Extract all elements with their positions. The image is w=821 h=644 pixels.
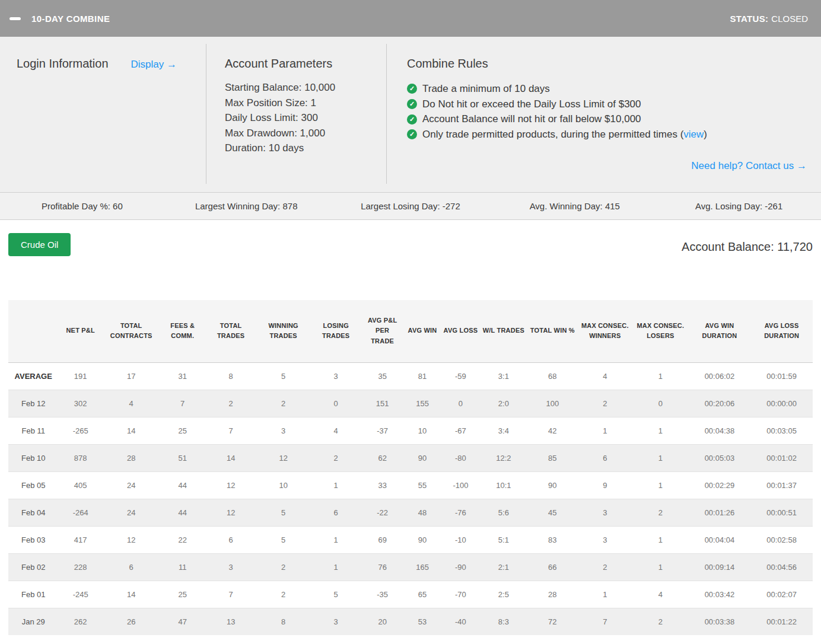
- column-header: AVG P&L PER TRADE: [361, 300, 403, 362]
- parameter-item: Max Position Size: 1: [225, 95, 386, 111]
- status-value: CLOSED: [771, 14, 808, 24]
- column-header: FEES & COMM.: [160, 300, 205, 362]
- value-cell: 10: [403, 417, 441, 444]
- account-parameters-panel: Account Parameters Starting Balance: 10,…: [206, 37, 386, 192]
- value-cell: 7: [578, 608, 633, 635]
- value-cell: 1: [632, 471, 689, 499]
- value-cell: 00:01:22: [750, 608, 813, 635]
- value-cell: 25: [160, 417, 205, 444]
- value-cell: 26: [103, 608, 160, 635]
- value-cell: 7: [205, 581, 257, 608]
- row-label-cell: Feb 10: [8, 444, 58, 471]
- check-circle-icon: ✓: [407, 129, 417, 139]
- value-cell: 00:03:05: [750, 417, 813, 444]
- value-cell: 3:4: [480, 417, 527, 444]
- value-cell: -264: [58, 499, 102, 526]
- titlebar-status: STATUS:CLOSED: [730, 14, 808, 24]
- value-cell: 33: [361, 471, 403, 499]
- rule-item: ✓Only trade permitted products, during t…: [407, 127, 807, 142]
- value-cell: 28: [527, 581, 577, 608]
- value-cell: 5: [256, 526, 310, 553]
- value-cell: -100: [441, 471, 479, 499]
- value-cell: 13: [205, 608, 257, 635]
- stat-item: Largest Winning Day: 878: [164, 201, 329, 211]
- table-row: Feb 0222861132176165-902:1662100:09:1400…: [8, 553, 813, 581]
- value-cell: 22: [160, 526, 205, 553]
- value-cell: 0: [310, 390, 362, 417]
- combine-rules-panel: Combine Rules ✓Trade a minimum of 10 day…: [387, 37, 821, 192]
- value-cell: 2:1: [480, 553, 527, 581]
- column-header: AVG LOSS: [441, 300, 479, 362]
- value-cell: 45: [527, 499, 577, 526]
- value-cell: 00:00:51: [750, 499, 813, 526]
- value-cell: 12: [103, 526, 160, 553]
- status-label: STATUS:: [730, 14, 768, 24]
- collapse-minus-icon[interactable]: [9, 17, 21, 20]
- value-cell: 878: [58, 444, 102, 471]
- row-label-cell: Feb 12: [8, 390, 58, 417]
- login-information-heading: Login Information: [17, 57, 109, 71]
- value-cell: 90: [403, 526, 441, 553]
- value-cell: 100: [527, 390, 577, 417]
- value-cell: -265: [58, 417, 102, 444]
- value-cell: 55: [403, 471, 441, 499]
- table-row: Feb 11-2651425734-3710-673:4421100:04:38…: [8, 417, 813, 444]
- crude-oil-button[interactable]: Crude Oil: [8, 233, 71, 256]
- value-cell: 0: [441, 390, 479, 417]
- rule-view-link[interactable]: view: [683, 127, 704, 142]
- account-parameters-list: Starting Balance: 10,000Max Position Siz…: [225, 80, 386, 156]
- combine-rules-list: ✓Trade a minimum of 10 days✓Do Not hit o…: [407, 81, 807, 142]
- value-cell: 17: [103, 362, 160, 390]
- table-row: Feb 04-26424441256-2248-765:6453200:01:2…: [8, 499, 813, 526]
- combine-panel: 10-DAY COMBINE STATUS:CLOSED Login Infor…: [0, 0, 821, 635]
- column-header: LOSING TRADES: [310, 300, 362, 362]
- value-cell: -80: [441, 444, 479, 471]
- table-row: Feb 0341712226516990-105:1833100:04:0400…: [8, 526, 813, 553]
- value-cell: 228: [58, 553, 102, 581]
- value-cell: 6: [205, 526, 257, 553]
- value-cell: 2: [205, 390, 257, 417]
- value-cell: -37: [361, 417, 403, 444]
- value-cell: 5: [256, 499, 310, 526]
- value-cell: 31: [160, 362, 205, 390]
- value-cell: 1: [632, 553, 689, 581]
- value-cell: 165: [403, 553, 441, 581]
- value-cell: 00:04:56: [750, 553, 813, 581]
- value-cell: 1: [632, 526, 689, 553]
- stat-item: Largest Losing Day: -272: [329, 201, 493, 211]
- column-header: AVG LOSS DURATION: [750, 300, 813, 362]
- contact-us-link[interactable]: Need help? Contact us →: [691, 160, 807, 171]
- value-cell: -67: [441, 417, 479, 444]
- value-cell: 2: [256, 390, 310, 417]
- table-row: AVERAGE19117318533581-593:1684100:06:020…: [8, 362, 813, 390]
- value-cell: 65: [403, 581, 441, 608]
- page-title: 10-DAY COMBINE: [31, 14, 110, 24]
- display-link[interactable]: Display →: [131, 59, 177, 71]
- value-cell: 1: [632, 362, 689, 390]
- table-row: Feb 054052444121013355-10010:1909100:02:…: [8, 471, 813, 499]
- value-cell: -245: [58, 581, 102, 608]
- value-cell: 5: [256, 362, 310, 390]
- value-cell: 6: [103, 553, 160, 581]
- value-cell: 00:00:00: [750, 390, 813, 417]
- row-label-cell: Feb 01: [8, 581, 58, 608]
- column-header: AVG WIN DURATION: [689, 300, 751, 362]
- rule-text: ): [704, 127, 707, 142]
- rule-text: Account Balance will not hit or fall bel…: [422, 111, 641, 127]
- combine-rules-heading: Combine Rules: [407, 57, 807, 71]
- value-cell: 3: [310, 608, 362, 635]
- value-cell: 14: [103, 581, 160, 608]
- value-cell: 76: [361, 553, 403, 581]
- value-cell: 1: [310, 471, 362, 499]
- stat-item: Avg. Losing Day: -261: [657, 201, 821, 211]
- check-circle-icon: ✓: [407, 114, 417, 125]
- value-cell: 00:01:59: [750, 362, 813, 390]
- stat-item: Avg. Winning Day: 415: [492, 201, 657, 211]
- value-cell: 66: [527, 553, 577, 581]
- value-cell: -22: [361, 499, 403, 526]
- value-cell: 302: [58, 390, 102, 417]
- value-cell: 10:1: [480, 471, 527, 499]
- parameter-item: Max Drawdown: 1,000: [225, 126, 386, 141]
- value-cell: 00:06:02: [689, 362, 751, 390]
- value-cell: 00:09:14: [689, 553, 751, 581]
